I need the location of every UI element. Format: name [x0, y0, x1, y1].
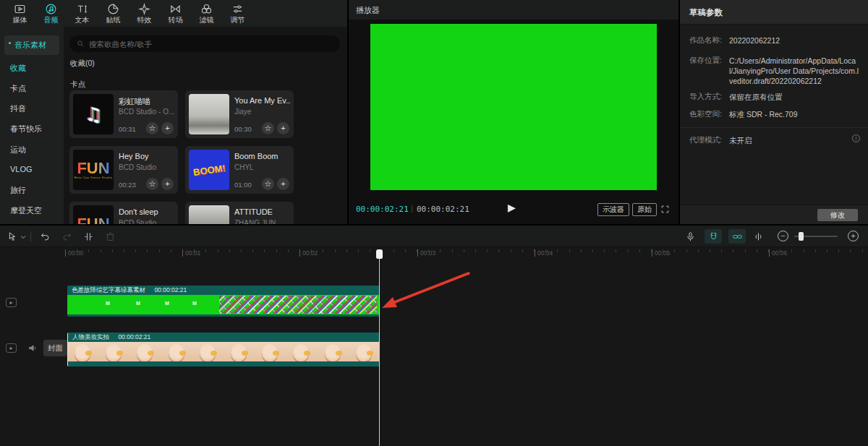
tab-audio-label: 音频: [44, 16, 59, 24]
music-list-area: 收藏(0) 卡点 ♫ 彩虹喵喵 BCD Studio - O... 00:31 …: [64, 27, 347, 224]
oscilloscope-button[interactable]: 示波器: [597, 203, 629, 216]
music-title: Hey Boy: [119, 152, 175, 160]
tab-media[interactable]: 媒体: [4, 3, 35, 24]
main-toolbar: 媒体 音频 文本 贴纸 特效 转场: [0, 0, 347, 27]
search-bar[interactable]: [69, 35, 340, 52]
clip-preview-strip: M M M M: [67, 295, 379, 314]
note-icon: ♫: [85, 103, 101, 125]
tab-sticker[interactable]: 贴纸: [98, 3, 129, 24]
sidebar-item-spring-festival[interactable]: 春节快乐: [10, 124, 42, 134]
play-button[interactable]: ▶: [508, 202, 516, 213]
sidebar-item-vlog[interactable]: VLOG: [10, 165, 33, 173]
tab-adjust[interactable]: 调节: [222, 3, 253, 24]
thumb-art-text: BOOM!: [192, 162, 226, 177]
green-screen-clip[interactable]: 色差故障综艺字幕绿幕素材 00:00:02:21 M M M M: [67, 286, 380, 317]
favorite-star-button[interactable]: ☆: [146, 122, 158, 134]
redo-button[interactable]: [59, 229, 74, 244]
beauty-footage-clip[interactable]: 人物美妆实拍 00:00:02:21: [67, 333, 380, 366]
info-icon[interactable]: i: [852, 134, 860, 142]
select-tool-button[interactable]: [4, 229, 19, 244]
music-thumbnail: BOOM!: [189, 150, 229, 190]
sidebar-item-sports[interactable]: 运动: [10, 145, 26, 155]
music-card[interactable]: ATTITUDE ZHANG JUN ☆ +: [185, 202, 294, 224]
sidebar-item-label: 音乐素材: [14, 40, 46, 49]
caption-mark: M: [136, 301, 140, 306]
tab-filter[interactable]: 滤镜: [191, 3, 222, 24]
tab-audio[interactable]: 音频: [35, 3, 67, 24]
sidebar-item-modern-sky[interactable]: 摩登天空: [10, 205, 42, 216]
record-audio-button[interactable]: [683, 229, 697, 244]
zoom-slider-handle[interactable]: [799, 232, 804, 241]
linkage-toggle[interactable]: [728, 229, 746, 244]
media-icon: [14, 3, 26, 15]
tab-effects[interactable]: 特效: [129, 3, 160, 24]
track2-mute-toggle[interactable]: [27, 343, 38, 353]
preview-green-screen[interactable]: [370, 24, 657, 190]
caption-confetti-art: [219, 296, 377, 314]
player-controls: 00:00:02:21 | 00:00:02:21 ▶ 示波器 原始: [349, 201, 678, 218]
playhead-line: [379, 249, 380, 446]
zoom-in-button[interactable]: +: [848, 231, 859, 241]
sidebar-item-beat[interactable]: 卡点: [10, 83, 26, 94]
select-tool-dropdown[interactable]: [19, 229, 27, 244]
add-to-track-button[interactable]: +: [161, 178, 174, 190]
add-to-track-button[interactable]: +: [277, 122, 289, 134]
music-card[interactable]: FUN Beta Can Dance Studio Hey Boy BCD St…: [69, 146, 178, 194]
cover-button[interactable]: 封面: [43, 340, 67, 356]
music-card[interactable]: You Are My Ev... Jiaye 00:30 ☆ +: [185, 90, 294, 138]
timeline-ruler[interactable]: 00:00 00:01 00:02 00:03 00:04 00:05 00:0…: [0, 248, 868, 260]
tab-text[interactable]: 文本: [67, 3, 98, 24]
original-ratio-button[interactable]: 原始: [632, 203, 657, 216]
music-card[interactable]: ♫ 彩虹喵喵 BCD Studio - O... 00:31 ☆ +: [69, 90, 178, 138]
caption-mark: M: [192, 301, 197, 306]
filmstrip-frame: [286, 342, 318, 361]
favorite-star-button[interactable]: ☆: [262, 178, 274, 190]
auto-snap-toggle[interactable]: [705, 229, 722, 244]
sidebar-item-music-material[interactable]: 音乐素材: [4, 35, 59, 55]
sidebar-item-favorites[interactable]: 收藏: [10, 63, 26, 74]
delete-icon: [105, 231, 116, 242]
add-to-track-button[interactable]: +: [161, 122, 174, 134]
music-card[interactable]: FUN Beta Can Dance Studio Don't sleep BC…: [69, 202, 178, 224]
music-duration: 01:00: [234, 181, 252, 189]
split-button[interactable]: [81, 229, 95, 244]
zoom-out-button[interactable]: −: [778, 231, 788, 241]
timeline-zoom-slider[interactable]: [794, 236, 838, 237]
undo-button[interactable]: [38, 229, 52, 244]
divider: [680, 127, 868, 128]
filmstrip-frame: [349, 342, 379, 361]
total-time: 00:00:02:21: [417, 205, 469, 214]
timeline-section: − + 00:00 00:01 00:02 00:03 00:04 00:05 …: [0, 226, 868, 446]
delete-button[interactable]: [103, 229, 117, 244]
track1-visibility-toggle[interactable]: ▸: [6, 298, 17, 307]
sidebar-item-travel[interactable]: 旅行: [10, 185, 26, 196]
track2-visibility-toggle[interactable]: ▸: [6, 343, 17, 353]
caption-mark: M: [165, 301, 169, 306]
music-thumbnail: ♫: [73, 94, 114, 134]
fullscreen-button[interactable]: [660, 204, 670, 213]
sidebar-item-douyin[interactable]: 抖音: [10, 103, 26, 114]
ruler-tick: 00:04: [535, 249, 553, 257]
add-to-track-button[interactable]: +: [277, 178, 289, 190]
playhead-handle[interactable]: [376, 249, 383, 259]
music-card[interactable]: BOOM! Boom Boom CHYL 01:00 ☆ +: [185, 146, 294, 194]
draft-params-footer: 修改: [680, 205, 868, 224]
save-location-label: 保存位置:: [689, 56, 722, 66]
preview-axis-toggle[interactable]: [751, 229, 765, 244]
clip-duration: 00:00:02:21: [154, 286, 187, 293]
search-input[interactable]: [89, 40, 306, 48]
save-location-value: C:/Users/Administrator/AppData/Local/Jia…: [729, 56, 859, 86]
magnet-icon: [708, 231, 719, 242]
favorite-star-button[interactable]: ☆: [262, 122, 274, 134]
ruler-tick: 00:00: [65, 249, 83, 257]
clip-footer-bar: [68, 361, 379, 366]
favorite-star-button[interactable]: ☆: [146, 178, 158, 190]
color-space-label: 色彩空间:: [689, 109, 722, 119]
tab-effects-label: 特效: [137, 16, 152, 24]
filmstrip-frame: [224, 342, 255, 361]
tab-transition[interactable]: 转场: [160, 3, 191, 24]
fullscreen-icon: [660, 205, 670, 214]
ruler-tick: 00:05: [652, 249, 670, 257]
ruler-tick: 00:06: [769, 249, 787, 257]
modify-button[interactable]: 修改: [817, 209, 858, 221]
